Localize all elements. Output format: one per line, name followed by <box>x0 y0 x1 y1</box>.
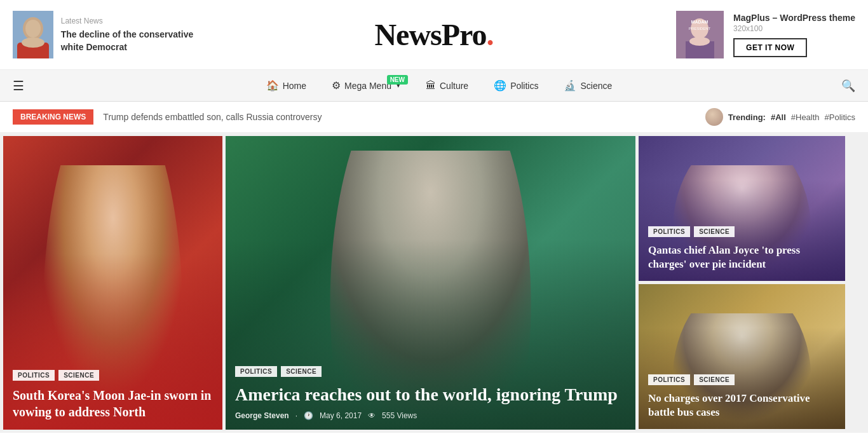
card-america[interactable]: POLITICS SCIENCE America reaches out to … <box>226 136 635 430</box>
nav-item-home[interactable]: 🏠 Home <box>254 70 319 102</box>
latest-news-label: Latest News <box>61 16 203 27</box>
card-rt-tag-science[interactable]: SCIENCE <box>694 226 735 237</box>
card-right-bot-tags: POLITICS SCIENCE <box>648 374 836 385</box>
card-south-korea[interactable]: POLITICS SCIENCE South Korea's Moon Jae-… <box>3 136 222 430</box>
card-center-views: 555 Views <box>382 411 417 420</box>
card-tag-politics[interactable]: POLITICS <box>13 370 55 381</box>
logo-text: NewsPro. <box>374 18 493 51</box>
trending-avatar <box>705 108 723 126</box>
latest-news-image <box>13 11 53 58</box>
science-icon: 🔬 <box>564 79 576 92</box>
trending-label: Trending: <box>728 112 766 122</box>
card-center-date: May 6, 2017 <box>320 411 362 420</box>
nav-items: 🏠 Home ⚙ Mega Menu ▾ NEW 🏛 Culture 🌐 Pol… <box>37 70 841 102</box>
latest-news-block: Latest News The decline of the conservat… <box>13 11 203 58</box>
card-right-top-tags: POLITICS SCIENCE <box>648 226 836 237</box>
breaking-news-bar: BREAKING NEWS Trump defends embattled so… <box>0 102 868 133</box>
mega-menu-icon: ⚙ <box>332 79 341 92</box>
latest-news-text: Latest News The decline of the conservat… <box>61 16 203 54</box>
card-center-overlay: POLITICS SCIENCE America reaches out to … <box>226 357 635 430</box>
right-cards: POLITICS SCIENCE Qantas chief Alan Joyce… <box>639 136 845 430</box>
trending-section: Trending: #All #Health #Politics <box>705 108 855 126</box>
clock-icon: 🕐 <box>304 411 313 420</box>
trending-tag-all[interactable]: #All <box>771 112 786 122</box>
nav-item-politics[interactable]: 🌐 Politics <box>481 70 551 102</box>
card-left-title: South Korea's Moon Jae-in sworn in vowin… <box>13 387 213 420</box>
trending-tag-politics[interactable]: #Politics <box>825 112 855 122</box>
card-rt-tag-politics[interactable]: POLITICS <box>648 226 690 237</box>
svg-point-8 <box>689 37 710 46</box>
nav-item-science[interactable]: 🔬 Science <box>551 70 625 102</box>
svg-text:PRESIDENT: PRESIDENT <box>689 27 711 31</box>
nav-item-culture[interactable]: 🏛 Culture <box>413 70 481 102</box>
avatar-placeholder <box>13 11 53 58</box>
ad-size: 320x100 <box>733 24 855 33</box>
site-logo[interactable]: NewsPro. <box>203 17 665 52</box>
ad-text: MagPlus – WordPress theme 320x100 GET IT… <box>733 13 855 57</box>
card-rb-tag-politics[interactable]: POLITICS <box>648 374 690 385</box>
nav-label-home: Home <box>283 81 306 91</box>
ad-image: MADAM PRESIDENT <box>676 11 724 58</box>
trending-avatar-image <box>705 108 723 126</box>
card-center-author: George Steven <box>235 411 289 420</box>
ad-person-image: MADAM PRESIDENT <box>676 11 724 58</box>
navbar: ☰ 🏠 Home ⚙ Mega Menu ▾ NEW 🏛 Culture 🌐 P… <box>0 70 868 102</box>
card-right-top-title: Qantas chief Alan Joyce 'to press charge… <box>648 243 836 271</box>
culture-icon: 🏛 <box>426 80 436 92</box>
card-qantas[interactable]: POLITICS SCIENCE Qantas chief Alan Joyce… <box>639 136 845 281</box>
nav-label-culture: Culture <box>440 81 468 91</box>
trending-tag-health[interactable]: #Health <box>791 112 820 122</box>
card-center-tags: POLITICS SCIENCE <box>235 366 626 377</box>
breaking-text: Trump defends embattled son, calls Russi… <box>103 112 705 122</box>
main-grid: POLITICS SCIENCE South Korea's Moon Jae-… <box>0 133 868 433</box>
card-tag-science[interactable]: SCIENCE <box>58 370 99 381</box>
card-center-tag-politics[interactable]: POLITICS <box>235 366 277 377</box>
header-ad: MADAM PRESIDENT MagPlus – WordPress them… <box>665 11 855 58</box>
svg-text:MADAM: MADAM <box>691 20 709 24</box>
eye-icon: 👁 <box>368 411 376 420</box>
home-icon: 🏠 <box>266 79 279 92</box>
ad-button[interactable]: GET IT NOW <box>733 38 807 57</box>
card-right-top-overlay: POLITICS SCIENCE Qantas chief Alan Joyce… <box>639 217 845 281</box>
search-icon[interactable]: 🔍 <box>841 79 855 93</box>
card-conservative[interactable]: POLITICS SCIENCE No charges over 2017 Co… <box>639 284 845 429</box>
nav-label-mega-menu: Mega Menu <box>344 81 391 91</box>
dot-separator: · <box>295 411 297 420</box>
nav-item-mega-menu[interactable]: ⚙ Mega Menu ▾ NEW <box>319 70 413 102</box>
card-left-tags: POLITICS SCIENCE <box>13 370 213 381</box>
header: Latest News The decline of the conservat… <box>0 0 868 70</box>
breaking-label: BREAKING NEWS <box>13 109 93 125</box>
hamburger-icon[interactable]: ☰ <box>13 78 24 93</box>
card-right-bot-overlay: POLITICS SCIENCE No charges over 2017 Co… <box>639 365 845 429</box>
politics-icon: 🌐 <box>494 79 506 92</box>
svg-point-4 <box>22 37 44 48</box>
latest-news-title: The decline of the conservative white De… <box>61 29 203 53</box>
mega-menu-badge: NEW <box>387 75 408 85</box>
card-left-overlay: POLITICS SCIENCE South Korea's Moon Jae-… <box>3 360 222 430</box>
nav-label-politics: Politics <box>510 81 538 91</box>
ad-title: MagPlus – WordPress theme <box>733 13 855 23</box>
nav-label-science: Science <box>580 81 612 91</box>
svg-point-2 <box>25 20 41 37</box>
card-center-meta: George Steven · 🕐 May 6, 2017 👁 555 View… <box>235 411 626 420</box>
card-rb-tag-science[interactable]: SCIENCE <box>694 374 735 385</box>
card-right-bot-title: No charges over 2017 Conservative battle… <box>648 392 836 419</box>
card-center-tag-science[interactable]: SCIENCE <box>281 366 322 377</box>
card-center-title: America reaches out to the world, ignori… <box>235 383 626 406</box>
